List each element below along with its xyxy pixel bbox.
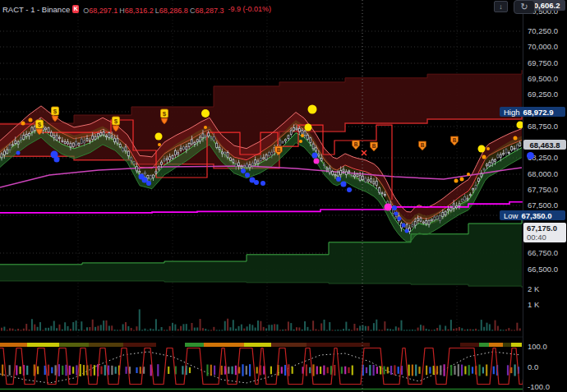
price-axis-label: 66,500.0 bbox=[528, 265, 558, 274]
svg-text:$: $ bbox=[38, 121, 42, 128]
marker-dot bbox=[385, 204, 392, 211]
marker-dot bbox=[241, 168, 246, 173]
price-axis-label: 70,000.0 bbox=[528, 43, 558, 51]
marker-dot bbox=[245, 173, 250, 178]
marker-dot bbox=[398, 217, 402, 221]
reset-view-button[interactable]: ↻ bbox=[514, 0, 535, 14]
price-axis-label: 1 K bbox=[528, 301, 539, 309]
marker-dot bbox=[527, 152, 534, 159]
marker-dot bbox=[341, 182, 347, 187]
marker-dot bbox=[454, 179, 459, 183]
marker-dot bbox=[301, 134, 304, 137]
legend-ohlc: O68,297.1H68,316.2L68,286.8C68,287.3 bbox=[81, 2, 224, 16]
high-price-badge: High68,972.9 bbox=[500, 107, 565, 117]
price-axis-label: 69,750.0 bbox=[528, 59, 558, 67]
ohlc-value: 68,316.2 bbox=[125, 7, 154, 15]
marker-dot bbox=[312, 153, 318, 159]
marker-dot bbox=[405, 229, 409, 233]
marker-dot bbox=[478, 145, 486, 153]
marker-dot bbox=[305, 124, 312, 131]
arrow-down-button[interactable]: ↓ bbox=[494, 1, 508, 12]
marker-dot bbox=[347, 187, 352, 192]
marker-dot bbox=[299, 140, 302, 143]
price-axis-label: 67,750.0 bbox=[528, 186, 558, 194]
price-axis-label: 100.0 bbox=[528, 343, 547, 351]
marker-dot bbox=[460, 178, 464, 182]
marker-dot bbox=[204, 126, 207, 129]
marker-dot bbox=[16, 151, 21, 155]
price-axis-label: 69,250.0 bbox=[528, 90, 558, 99]
marker-dot bbox=[29, 118, 33, 122]
chart-canvas[interactable]: $$$$BBBBB bbox=[0, 0, 523, 392]
last-price-badge: 68,463.8 bbox=[523, 140, 566, 150]
broker-flag-icon: K bbox=[72, 5, 79, 13]
countdown-badge: 67,175.000:40 bbox=[523, 223, 566, 242]
svg-text:B: B bbox=[453, 137, 457, 143]
marker-dot bbox=[467, 173, 470, 176]
svg-text:B: B bbox=[354, 141, 358, 147]
marker-dot bbox=[21, 122, 25, 126]
svg-text:$: $ bbox=[114, 118, 118, 125]
svg-text:$: $ bbox=[53, 108, 58, 115]
cross-marker bbox=[362, 150, 366, 155]
chart-legend: RACT - 1 - Binance K O68,297.1H68,316.2L… bbox=[2, 2, 271, 16]
marker-dot bbox=[482, 155, 486, 159]
price-axis[interactable]: 70,500.070,250.070,000.069,750.069,500.0… bbox=[523, 0, 567, 392]
symbol-title[interactable]: RACT - 1 - Binance bbox=[2, 5, 70, 14]
price-axis-label: 69,500.0 bbox=[528, 75, 558, 83]
low-price-badge: Low67,350.0 bbox=[500, 210, 565, 220]
price-axis-label: 0.0 bbox=[528, 363, 538, 371]
price-axis-label: -100.0 bbox=[528, 383, 550, 391]
marker-dot bbox=[394, 212, 399, 216]
marker-dot bbox=[146, 181, 151, 186]
price-axis-label: 68,750.0 bbox=[528, 122, 558, 131]
marker-dot bbox=[514, 136, 518, 141]
svg-text:B: B bbox=[372, 143, 376, 149]
marker-dot bbox=[201, 109, 210, 118]
marker-dot bbox=[260, 181, 265, 186]
marker-dot bbox=[314, 159, 320, 164]
marker-dot bbox=[254, 180, 259, 185]
volume-bars bbox=[2, 309, 520, 330]
svg-text:B: B bbox=[277, 147, 281, 153]
marker-dot bbox=[308, 105, 317, 114]
price-axis-label: 66,750.0 bbox=[528, 249, 558, 257]
marker-dot bbox=[392, 205, 397, 210]
marker-dot bbox=[486, 147, 490, 150]
marker-dot bbox=[158, 143, 161, 146]
marker-dot bbox=[517, 122, 523, 129]
legend-change: -9.9 (-0.01%) bbox=[228, 5, 271, 13]
price-axis-label: 2 K bbox=[528, 285, 539, 293]
ohlc-value: 68,297.1 bbox=[89, 7, 118, 15]
price-axis-label: 70,250.0 bbox=[528, 27, 558, 35]
marker-dot bbox=[155, 133, 163, 141]
price-axis-label: 68,000.0 bbox=[528, 170, 558, 178]
ohlc-value: 68,286.8 bbox=[159, 7, 188, 15]
oscillator-pane bbox=[0, 337, 523, 390]
trading-chart-window: $$$$BBBBB 70,500.070,250.070,000.069,750… bbox=[0, 0, 567, 392]
marker-dot bbox=[54, 157, 60, 163]
svg-text:B: B bbox=[421, 142, 425, 148]
marker-dot bbox=[402, 224, 406, 228]
price-axis-label: 67,500.0 bbox=[528, 201, 558, 210]
marker-dot bbox=[336, 177, 341, 182]
ohlc-value: 68,287.3 bbox=[195, 7, 224, 15]
svg-text:$: $ bbox=[163, 110, 167, 118]
